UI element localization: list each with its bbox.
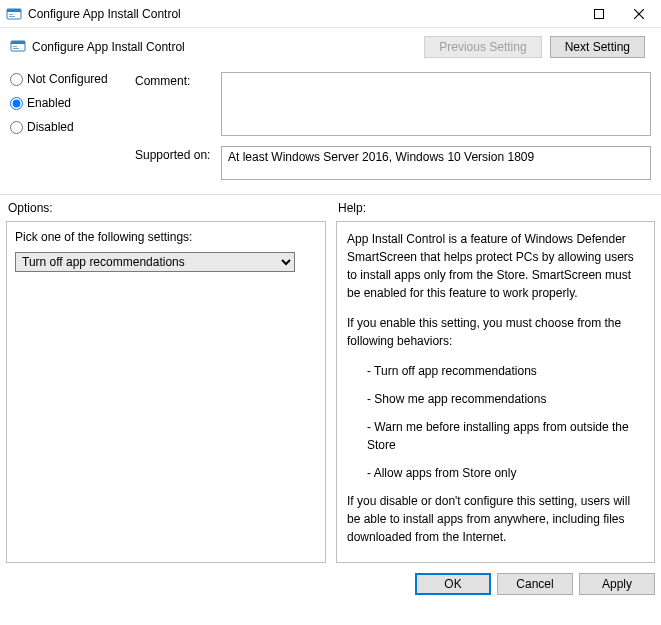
help-section-label: Help: — [336, 201, 655, 221]
window-title: Configure App Install Control — [28, 7, 579, 21]
radio-not-configured-label: Not Configured — [27, 72, 108, 86]
help-panel: App Install Control is a feature of Wind… — [336, 221, 655, 563]
options-section-label: Options: — [6, 201, 326, 221]
svg-rect-3 — [9, 16, 15, 17]
supported-on-text: At least Windows Server 2016, Windows 10… — [221, 146, 651, 180]
divider — [0, 194, 661, 195]
svg-rect-4 — [595, 9, 604, 18]
svg-rect-10 — [13, 48, 19, 49]
help-b2: - Show me app recommendations — [347, 390, 644, 408]
radio-enabled[interactable]: Enabled — [10, 96, 135, 110]
radio-not-configured[interactable]: Not Configured — [10, 72, 135, 86]
previous-setting-button: Previous Setting — [424, 36, 541, 58]
svg-rect-2 — [9, 14, 13, 15]
comment-label: Comment: — [135, 72, 221, 136]
help-b4: - Allow apps from Store only — [347, 464, 644, 482]
maximize-button[interactable] — [579, 0, 619, 28]
radio-enabled-label: Enabled — [27, 96, 71, 110]
supported-label: Supported on: — [135, 146, 221, 180]
titlebar: Configure App Install Control — [0, 0, 661, 28]
svg-rect-1 — [7, 9, 21, 12]
window-controls — [579, 0, 659, 28]
svg-rect-8 — [11, 41, 25, 44]
header-strip: Configure App Install Control Previous S… — [0, 28, 661, 66]
next-setting-button[interactable]: Next Setting — [550, 36, 645, 58]
radio-disabled-label: Disabled — [27, 120, 74, 134]
radio-not-configured-input[interactable] — [10, 73, 23, 86]
radio-enabled-input[interactable] — [10, 97, 23, 110]
help-b3: - Warn me before installing apps from ou… — [347, 418, 644, 454]
footer-bar: OK Cancel Apply — [0, 563, 661, 605]
ok-button[interactable]: OK — [415, 573, 491, 595]
help-p3: If you disable or don't configure this s… — [347, 492, 644, 546]
options-dropdown[interactable]: Turn off app recommendations — [15, 252, 295, 272]
state-radios: Not Configured Enabled Disabled — [10, 72, 135, 190]
help-p2: If you enable this setting, you must cho… — [347, 314, 644, 350]
help-p1: App Install Control is a feature of Wind… — [347, 230, 644, 302]
header-title: Configure App Install Control — [32, 40, 185, 54]
apply-button[interactable]: Apply — [579, 573, 655, 595]
svg-rect-9 — [13, 46, 17, 47]
radio-disabled-input[interactable] — [10, 121, 23, 134]
app-icon — [6, 6, 22, 22]
options-panel: Pick one of the following settings: Turn… — [6, 221, 326, 563]
radio-disabled[interactable]: Disabled — [10, 120, 135, 134]
cancel-button[interactable]: Cancel — [497, 573, 573, 595]
options-prompt: Pick one of the following settings: — [7, 222, 326, 252]
comment-input[interactable] — [221, 72, 651, 136]
close-button[interactable] — [619, 0, 659, 28]
help-b1: - Turn off app recommendations — [347, 362, 644, 380]
policy-icon — [10, 38, 26, 57]
